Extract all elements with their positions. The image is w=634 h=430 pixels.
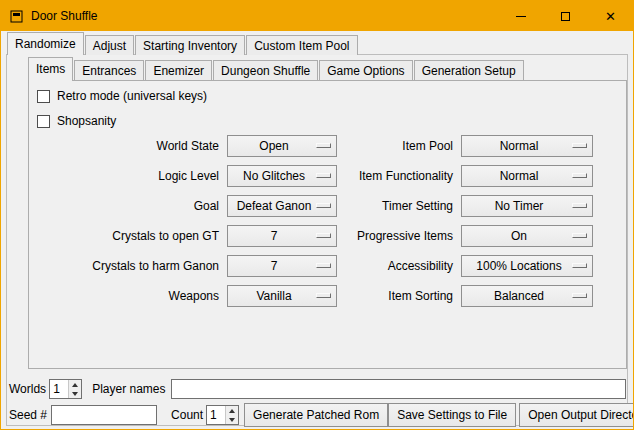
minimize-icon (516, 16, 526, 17)
arrow-down-icon (72, 392, 78, 396)
options-form: World State Open Item Pool Normal Logic … (33, 131, 593, 311)
menu-indicator-icon (316, 143, 331, 148)
worlds-spinner[interactable] (49, 379, 82, 399)
menu-indicator-icon (572, 293, 587, 298)
menu-indicator-icon (572, 263, 587, 268)
save-settings-button[interactable]: Save Settings to File (388, 403, 516, 427)
window-title: Door Shuffle (31, 9, 98, 23)
dropdown-value: 100% Locations (476, 259, 561, 273)
dropdown-value: 7 (271, 229, 278, 243)
player-names-label: Player names (92, 382, 165, 396)
generate-patched-rom-button[interactable]: Generate Patched Rom (244, 403, 388, 427)
goal-label: Goal (33, 199, 221, 213)
logic-level-dropdown[interactable]: No Glitches (227, 165, 337, 187)
shopsanity-label: Shopsanity (57, 114, 116, 128)
tab-starting-inventory[interactable]: Starting Inventory (135, 35, 245, 55)
dropdown-value: Normal (500, 169, 539, 183)
tab-game-options[interactable]: Game Options (319, 60, 412, 80)
app-window: Door Shuffle ✕ Randomize Adjust Starting… (0, 0, 634, 430)
item-sorting-label: Item Sorting (343, 289, 455, 303)
close-icon: ✕ (605, 10, 616, 23)
timer-setting-label: Timer Setting (343, 199, 455, 213)
accessibility-label: Accessibility (343, 259, 455, 273)
seed-row: Seed # Count Generate Patched Rom Save S… (9, 403, 627, 427)
crystals-harm-ganon-dropdown[interactable]: 7 (227, 255, 337, 277)
items-panel: Retro mode (universal keys) Shopsanity W… (28, 80, 627, 369)
minimize-button[interactable] (498, 1, 543, 31)
crystals-harm-ganon-label: Crystals to harm Ganon (33, 259, 221, 273)
tab-randomize[interactable]: Randomize (7, 32, 84, 55)
worlds-spinner-buttons (68, 380, 81, 398)
tab-enemizer[interactable]: Enemizer (145, 60, 212, 80)
retro-mode-label: Retro mode (universal keys) (57, 89, 207, 103)
menu-indicator-icon (316, 293, 331, 298)
worlds-row: Worlds Player names (9, 378, 626, 400)
progressive-items-label: Progressive Items (343, 229, 455, 243)
seed-input[interactable] (51, 405, 157, 425)
count-spin-up-button[interactable] (226, 406, 238, 415)
count-spinner[interactable] (206, 405, 239, 425)
item-functionality-dropdown[interactable]: Normal (461, 165, 593, 187)
close-button[interactable]: ✕ (588, 1, 633, 31)
dropdown-value: Balanced (494, 289, 544, 303)
tab-dungeon-shuffle[interactable]: Dungeon Shuffle (213, 60, 318, 80)
menu-indicator-icon (572, 203, 587, 208)
shopsanity-checkbox[interactable] (37, 115, 50, 128)
tab-entrances[interactable]: Entrances (74, 60, 144, 80)
item-pool-dropdown[interactable]: Normal (461, 135, 593, 157)
open-output-directory-button[interactable]: Open Output Directory (519, 403, 634, 427)
worlds-spin-down-button[interactable] (69, 389, 81, 398)
worlds-spin-up-button[interactable] (69, 380, 81, 389)
window-controls: ✕ (498, 1, 633, 31)
tab-custom-item-pool[interactable]: Custom Item Pool (246, 35, 357, 55)
crystals-open-gt-label: Crystals to open GT (33, 229, 221, 243)
worlds-label: Worlds (9, 382, 46, 396)
item-sorting-dropdown[interactable]: Balanced (461, 285, 593, 307)
accessibility-dropdown[interactable]: 100% Locations (461, 255, 593, 277)
timer-setting-dropdown[interactable]: No Timer (461, 195, 593, 217)
count-spinner-buttons (225, 406, 238, 424)
crystals-open-gt-dropdown[interactable]: 7 (227, 225, 337, 247)
dropdown-value: Normal (500, 139, 539, 153)
maximize-button[interactable] (543, 1, 588, 31)
menu-indicator-icon (316, 263, 331, 268)
menu-indicator-icon (572, 173, 587, 178)
world-state-dropdown[interactable]: Open (227, 135, 337, 157)
goal-dropdown[interactable]: Defeat Ganon (227, 195, 337, 217)
dropdown-value: Defeat Ganon (237, 199, 312, 213)
item-pool-label: Item Pool (343, 139, 455, 153)
outer-tab-bar: Randomize Adjust Starting Inventory Cust… (7, 32, 359, 55)
arrow-up-icon (229, 409, 235, 413)
dropdown-value: Open (259, 139, 288, 153)
world-state-label: World State (33, 139, 221, 153)
shopsanity-option[interactable]: Shopsanity (37, 113, 116, 129)
count-input[interactable] (207, 406, 225, 424)
logic-level-label: Logic Level (33, 169, 221, 183)
progressive-items-dropdown[interactable]: On (461, 225, 593, 247)
count-spin-down-button[interactable] (226, 415, 238, 424)
menu-indicator-icon (572, 233, 587, 238)
tab-generation-setup[interactable]: Generation Setup (414, 60, 524, 80)
item-functionality-label: Item Functionality (343, 169, 455, 183)
inner-tab-bar: Items Entrances Enemizer Dungeon Shuffle… (28, 58, 525, 80)
worlds-input[interactable] (50, 380, 68, 398)
player-names-input[interactable] (171, 379, 627, 399)
menu-indicator-icon (316, 173, 331, 178)
tab-adjust[interactable]: Adjust (85, 35, 134, 55)
weapons-label: Weapons (33, 289, 221, 303)
dropdown-value: On (511, 229, 527, 243)
titlebar: Door Shuffle ✕ (1, 1, 633, 31)
menu-indicator-icon (316, 203, 331, 208)
app-icon (10, 9, 24, 23)
retro-mode-option[interactable]: Retro mode (universal keys) (37, 88, 207, 104)
arrow-down-icon (229, 418, 235, 422)
seed-label: Seed # (9, 408, 47, 422)
menu-indicator-icon (316, 233, 331, 238)
tab-items[interactable]: Items (28, 57, 73, 80)
dropdown-value: Vanilla (256, 289, 291, 303)
maximize-icon (561, 12, 570, 21)
retro-mode-checkbox[interactable] (37, 90, 50, 103)
arrow-up-icon (72, 383, 78, 387)
dropdown-value: No Timer (495, 199, 544, 213)
weapons-dropdown[interactable]: Vanilla (227, 285, 337, 307)
